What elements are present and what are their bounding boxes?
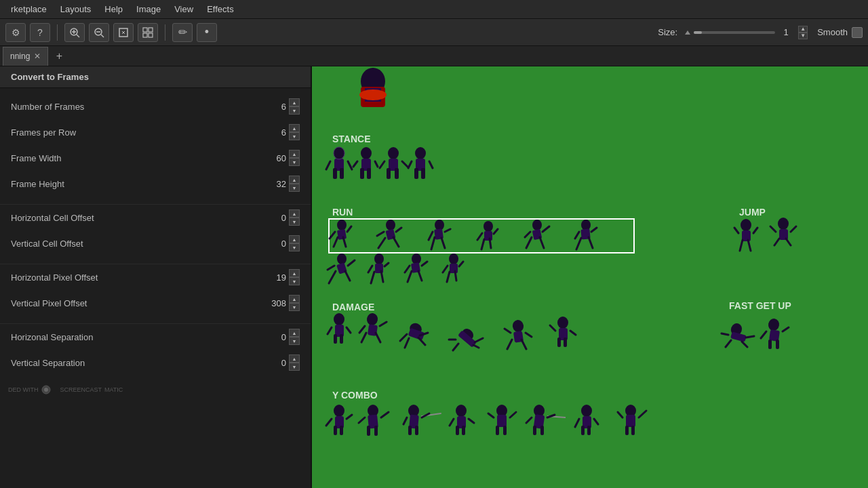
svg-point-16: [44, 388, 48, 392]
frame-width-spinner: ▲ ▼: [289, 150, 300, 166]
pencil-button[interactable]: ✏: [172, 23, 193, 42]
number-of-frames-down[interactable]: ▼: [289, 106, 300, 115]
svg-rect-185: [581, 426, 585, 435]
svg-rect-12: [143, 33, 147, 37]
svg-rect-110: [340, 334, 343, 344]
frame-height-up[interactable]: ▲: [289, 176, 300, 184]
frames-per-row-up[interactable]: ▲: [289, 124, 300, 132]
zoom-fit-button[interactable]: [113, 23, 134, 42]
svg-rect-154: [374, 426, 378, 436]
svg-line-1: [77, 35, 79, 37]
size-down-arrow[interactable]: ▼: [798, 33, 808, 39]
menu-help[interactable]: Help: [99, 3, 128, 16]
h-pixel-offset-down[interactable]: ▼: [289, 277, 300, 285]
svg-line-104: [455, 271, 456, 281]
v-cell-offset-up[interactable]: ▲: [289, 235, 300, 243]
svg-line-208: [746, 336, 754, 338]
h-cell-offset-value: 0: [245, 213, 286, 223]
v-pixel-offset-value: 308: [245, 298, 286, 308]
v-pixel-offset-up[interactable]: ▲: [289, 295, 300, 303]
h-pixel-offset-value: 19: [245, 272, 286, 283]
svg-rect-172: [496, 426, 499, 435]
svg-point-89: [374, 253, 384, 264]
frame-height-value: 32: [245, 179, 286, 189]
tab-close-button[interactable]: ✕: [34, 52, 41, 61]
h-cell-offset-up[interactable]: ▲: [289, 209, 300, 218]
tabbar: nning ✕ +: [0, 46, 868, 66]
svg-rect-102: [450, 264, 458, 273]
size-up-arrow[interactable]: ▲: [798, 26, 808, 33]
svg-point-35: [388, 147, 399, 159]
svg-rect-25: [340, 168, 344, 179]
svg-point-41: [415, 147, 426, 159]
svg-point-193: [741, 219, 751, 231]
svg-point-162: [456, 405, 467, 417]
svg-line-68: [490, 239, 491, 248]
v-pixel-offset-label: Vertical Pixel Offset: [11, 298, 245, 308]
number-of-frames-up[interactable]: ▲: [289, 98, 300, 106]
jump-label: JUMP: [739, 207, 766, 218]
zoom-in-button[interactable]: [64, 23, 85, 42]
form-row-frame-height: Frame Height 32 ▲ ▼: [0, 171, 311, 197]
svg-rect-188: [626, 415, 635, 427]
panel-title: Convert to Frames: [0, 66, 311, 88]
svg-rect-66: [484, 231, 492, 241]
main-container: Convert to Frames Number of Frames 6 ▲ ▼…: [0, 66, 868, 488]
fast-getup-label: FAST GET UP: [729, 300, 791, 311]
svg-rect-167: [462, 426, 465, 435]
h-separation-up[interactable]: ▲: [289, 329, 300, 337]
size-arrows: ▲ ▼: [798, 26, 808, 39]
svg-point-65: [484, 221, 493, 232]
number-of-frames-value: 6: [245, 102, 286, 112]
active-tab[interactable]: nning ✕: [3, 47, 48, 66]
v-separation-up[interactable]: ▲: [289, 354, 300, 363]
menu-view[interactable]: View: [169, 3, 199, 16]
svg-rect-169: [497, 415, 507, 427]
svg-point-53: [386, 220, 395, 230]
settings-button[interactable]: ⚙: [5, 23, 26, 42]
size-slider-track[interactable]: [694, 31, 775, 34]
toolbar: ⚙ ? ✏ • Size: 1 ▲ ▼ Smooth: [0, 19, 868, 46]
toolbar-separator-1: [57, 24, 58, 41]
toolbar-separator-2: [165, 24, 165, 41]
frame-height-down[interactable]: ▼: [289, 184, 300, 192]
h-cell-offset-down[interactable]: ▼: [289, 218, 300, 226]
svg-rect-192: [631, 426, 635, 435]
run-label: RUN: [332, 207, 353, 218]
menu-marketplace[interactable]: rketplace: [5, 3, 52, 16]
form-spacer-3: [0, 316, 311, 324]
smooth-label: Smooth: [817, 27, 848, 37]
v-separation-label: Vertical Separation: [11, 358, 245, 368]
svg-point-77: [581, 220, 591, 230]
menu-layouts[interactable]: Layouts: [55, 3, 97, 16]
h-separation-spinner: ▲ ▼: [289, 329, 300, 345]
frames-per-row-down[interactable]: ▼: [289, 132, 300, 140]
zoom-out-button[interactable]: [89, 23, 109, 42]
frame-width-up[interactable]: ▲: [289, 150, 300, 158]
frame-width-value: 60: [245, 153, 286, 163]
svg-rect-147: [334, 426, 337, 435]
sprite-sheet-canvas: STANCE: [312, 66, 868, 488]
v-pixel-offset-down[interactable]: ▼: [289, 303, 300, 311]
svg-rect-160: [408, 426, 412, 435]
h-pixel-offset-up[interactable]: ▲: [289, 269, 300, 277]
zoom-fit-icon: [118, 27, 129, 38]
frame-width-down[interactable]: ▼: [289, 158, 300, 166]
menu-image[interactable]: Image: [131, 3, 166, 16]
grid-button[interactable]: [138, 23, 158, 42]
smooth-checkbox[interactable]: [852, 27, 863, 38]
menu-effects[interactable]: Effects: [201, 3, 239, 16]
svg-rect-153: [367, 426, 370, 436]
h-separation-label: Horizonal Separation: [11, 332, 245, 342]
help-button[interactable]: ?: [30, 23, 50, 42]
tab-add-button[interactable]: +: [51, 48, 67, 64]
number-of-frames-label: Number of Frames: [11, 102, 245, 112]
svg-point-181: [581, 405, 592, 417]
watermark-text2: SCREENCAST: [60, 386, 102, 393]
v-cell-offset-down[interactable]: ▼: [289, 243, 300, 251]
dot-button[interactable]: •: [197, 23, 217, 42]
svg-rect-32: [367, 168, 371, 179]
h-separation-down[interactable]: ▼: [289, 337, 300, 345]
svg-marker-14: [685, 30, 690, 35]
v-separation-down[interactable]: ▼: [289, 363, 300, 371]
